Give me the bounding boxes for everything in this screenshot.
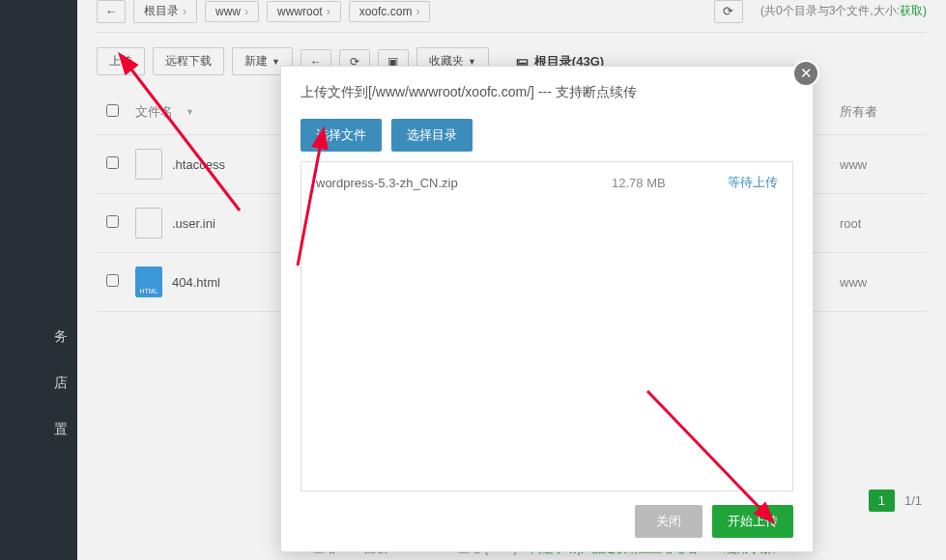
modal-title: 上传文件到[/www/wwwroot/xoofc.com/] --- 支持断点续…	[281, 67, 813, 119]
modal-close-button[interactable]: ✕	[792, 60, 819, 87]
start-upload-button[interactable]: 开始上传	[712, 505, 793, 538]
close-icon: ✕	[800, 65, 813, 82]
upload-queue: wordpress-5.3-zh_CN.zip 12.78 MB 等待上传	[301, 161, 793, 491]
upload-file-size: 12.78 MB	[612, 176, 728, 190]
select-dir-button[interactable]: 选择目录	[391, 119, 473, 152]
upload-file-status: 等待上传	[728, 174, 778, 191]
modal-close-text-button[interactable]: 关闭	[635, 505, 702, 538]
upload-file-item: wordpress-5.3-zh_CN.zip 12.78 MB 等待上传	[301, 162, 792, 203]
upload-file-name: wordpress-5.3-zh_CN.zip	[316, 176, 612, 190]
select-file-button[interactable]: 选择文件	[301, 119, 382, 152]
upload-modal: ✕ 上传文件到[/www/wwwroot/xoofc.com/] --- 支持断…	[280, 66, 814, 552]
